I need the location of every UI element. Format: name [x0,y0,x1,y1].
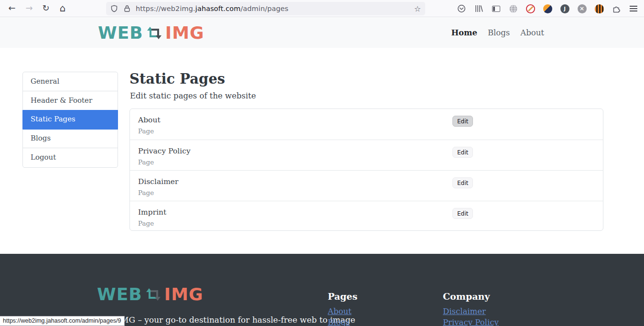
sidebar-item-header-footer[interactable]: Header & Footer [23,91,118,110]
sidebar-item-general[interactable]: General [23,72,118,91]
static-pages-list: About Page Edit Privacy Policy Page Edit… [129,109,603,231]
reload-button[interactable]: ↻ [39,0,53,17]
page-row-privacy-policy: Privacy Policy Page Edit [130,140,603,170]
sidebar-item-static-pages[interactable]: Static Pages [22,110,118,130]
library-icon[interactable] [470,0,487,17]
footer-link-privacy-policy[interactable]: Privacy Policy [443,317,499,326]
edit-button-disclaimer[interactable]: Edit [452,177,473,188]
no-entry-icon [526,4,535,13]
swirl-extension-icon[interactable] [539,0,556,17]
footer-column-company: Company Disclaimer Privacy Policy [443,291,499,326]
bookmark-star-icon[interactable]: ☆ [414,4,421,13]
row-title: About [138,116,595,125]
row-title: Disclaimer [138,177,595,186]
panel-icon [492,6,500,12]
row-type: Page [138,158,595,166]
nav-about[interactable]: About [520,28,544,37]
link-status-tooltip: https://web2img.jahasoft.com/admin/pages… [0,316,125,326]
forward-button[interactable]: → [22,0,36,17]
pocket-icon[interactable] [453,0,470,17]
admin-sidebar: General Header & Footer Static Pages Blo… [22,72,118,168]
sidebar-item-blogs[interactable]: Blogs [23,129,118,148]
sidebar-toggle-icon[interactable] [487,0,504,17]
edit-button-privacy-policy[interactable]: Edit [452,147,473,158]
logo-img-text: IMG [165,24,204,42]
menu-button[interactable] [625,0,642,17]
bug-icon [595,4,604,13]
logo-img-text: IMG [164,286,204,303]
url-prefix: https://web2img. [136,5,195,12]
logo-web-text: WEB [98,24,143,42]
bug-extension-icon[interactable] [590,0,608,17]
edit-button-imprint[interactable]: Edit [452,208,473,219]
page-subtitle: Edit static pages of the website [130,91,256,100]
row-title: Imprint [138,208,595,217]
row-type: Page [138,189,595,196]
browser-toolbar: ← → ↻ ⌂ https://web2img.jahasoft.com/adm… [0,0,644,17]
page-row-about: About Page Edit [130,109,603,140]
nav-blogs[interactable]: Blogs [488,28,510,37]
back-icon: ← [8,3,15,13]
site-header: WEB IMG Home Blogs About [0,18,644,48]
j-badge: J [560,4,569,13]
swap-arrows-icon [146,25,163,41]
home-icon: ⌂ [60,2,66,14]
home-button[interactable]: ⌂ [55,0,70,17]
edit-button-about[interactable]: Edit [452,116,473,127]
lock-icon[interactable] [124,5,130,12]
extension-strip: J × [453,0,642,17]
footer-column-pages: Pages About Blogs [328,291,357,326]
site-logo[interactable]: WEB IMG [98,24,204,42]
globe-extension-icon[interactable] [504,0,522,17]
page-title: Static Pages [129,71,225,87]
sidebar-item-logout[interactable]: Logout [23,148,118,167]
url-path: /admin/pages [241,5,289,12]
swap-arrows-icon [145,287,162,302]
hamburger-icon [630,8,637,9]
reload-icon: ↻ [42,3,49,13]
footer-link-about[interactable]: About [328,306,357,317]
swirl-icon [543,4,552,13]
j-extension-icon[interactable]: J [556,0,573,17]
footer-link-blogs[interactable]: Blogs [328,317,357,326]
footer-link-disclaimer[interactable]: Disclaimer [443,306,499,317]
page-row-imprint: Imprint Page Edit [130,201,603,231]
forward-icon: → [25,3,32,13]
url-text: https://web2img.jahasoft.com/admin/pages [136,5,289,12]
site-footer: WEB IMG MG – your go-to destination for … [0,254,644,326]
logo-web-text: WEB [97,286,142,303]
url-domain: jahasoft.com [195,5,241,12]
row-type: Page [138,127,595,135]
row-title: Privacy Policy [138,147,595,156]
disabled-extension-icon[interactable]: × [573,0,590,17]
page-row-disclaimer: Disclaimer Page Edit [130,170,603,201]
address-bar[interactable]: https://web2img.jahasoft.com/admin/pages… [106,2,425,15]
site-nav: Home Blogs About [451,18,544,48]
x-badge: × [578,4,587,13]
row-type: Page [138,219,595,227]
footer-tagline: MG – your go-to destination for hassle-f… [120,315,355,325]
back-button[interactable]: ← [5,0,19,17]
footer-logo: WEB IMG [97,286,204,303]
footer-heading-company: Company [443,291,499,302]
extensions-puzzle-icon[interactable] [608,0,625,17]
tracking-shield-icon[interactable] [110,5,118,12]
footer-heading-pages: Pages [328,291,357,302]
adblock-extension-icon[interactable] [522,0,539,17]
nav-home[interactable]: Home [451,28,477,37]
